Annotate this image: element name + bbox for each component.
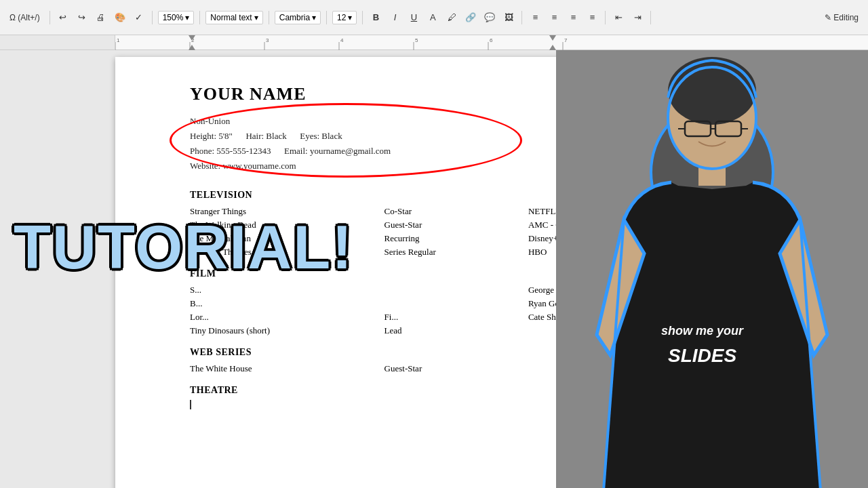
size-dropdown[interactable]: 12 ▾ <box>332 11 357 24</box>
style-dropdown[interactable]: Normal text ▾ <box>205 11 262 24</box>
credit-network: AMC - G <box>528 218 556 232</box>
credit-title: B... <box>190 297 384 310</box>
credit-role: Recurring <box>384 232 528 245</box>
union-status: Non-Union <box>190 114 556 129</box>
actor-name: YOUR NAME <box>190 84 556 104</box>
separator-8 <box>605 11 606 24</box>
credit-network <box>528 324 556 338</box>
credit-title: The White House <box>190 362 384 375</box>
image-button[interactable]: 🖼 <box>501 10 516 25</box>
table-row: B... Ryan Google <box>190 297 556 310</box>
toolbar: Ω (Alt+/) ↩ ↪ 🖨 🎨 ✓ 150% ▾ Normal text ▾… <box>0 0 868 35</box>
television-credits: Stranger Things Co-Star NETFLIX The Walk… <box>190 205 556 259</box>
font-dropdown[interactable]: Cambria ▾ <box>275 11 321 24</box>
credit-role: Lead <box>384 324 528 338</box>
separator-1 <box>50 11 50 24</box>
text-cursor <box>190 400 191 409</box>
align-left[interactable]: ≡ <box>528 10 542 25</box>
bold-button[interactable]: B <box>368 10 383 25</box>
table-row: Stranger Things Co-Star NETFLIX <box>190 205 556 218</box>
web-series-credits: The White House Guest-Star <box>190 362 556 375</box>
paint-format-button[interactable]: 🎨 <box>113 10 127 25</box>
redo-button[interactable]: ↪ <box>75 10 90 25</box>
indent-more[interactable]: ⇥ <box>630 10 645 25</box>
undo-button[interactable]: ↩ <box>56 10 71 25</box>
svg-text:4: 4 <box>340 37 344 43</box>
credit-title: Lor... <box>190 310 384 324</box>
separator-9 <box>650 11 651 24</box>
eyes-label: Eyes: Black <box>300 131 342 141</box>
svg-text:1: 1 <box>117 37 120 43</box>
credit-role <box>384 297 528 310</box>
credit-network <box>528 362 556 375</box>
credit-role: Fi... <box>384 310 528 324</box>
credit-title: Game of Thrones <box>190 245 384 259</box>
physical-info: Height: 5'8" Hair: Black Eyes: Black <box>190 129 556 144</box>
hair-label: Hair: Black <box>245 131 286 141</box>
size-chevron: ▾ <box>348 13 352 22</box>
credit-title: S... <box>190 283 384 297</box>
phone-label: Phone: 555-555-12343 <box>190 146 271 156</box>
zoom-chevron: ▾ <box>185 13 189 22</box>
size-label: 12 <box>337 13 346 22</box>
separator-7 <box>521 11 522 24</box>
table-row: The Mandalorian Recurring Disney+ <box>190 232 556 245</box>
svg-text:SLIDES: SLIDES <box>668 345 736 366</box>
style-label: Normal text <box>210 13 252 22</box>
credit-title: Stranger Things <box>190 205 384 218</box>
highlight-button[interactable]: 🖊 <box>444 10 459 25</box>
theatre-header: THEATRE <box>190 385 556 396</box>
menu-file[interactable]: Ω (Alt+/) <box>5 12 44 24</box>
film-credits: S... George Lucas B... Ryan Google Lor..… <box>190 283 556 338</box>
align-center[interactable]: ≡ <box>547 10 561 25</box>
link-button[interactable]: 🔗 <box>463 10 478 25</box>
align-right[interactable]: ≡ <box>566 10 580 25</box>
website-label: Website: www.yourname.com <box>190 159 556 174</box>
document-page[interactable]: YOUR NAME Non-Union Height: 5'8" Hair: B… <box>115 57 556 488</box>
table-row: Lor... Fi... Cate Sh... <box>190 310 556 324</box>
text-color-button[interactable]: A <box>425 10 440 25</box>
separator-3 <box>199 11 200 24</box>
credit-network: Disney+ <box>528 232 556 245</box>
television-header: TELEVISION <box>190 190 556 201</box>
zoom-dropdown[interactable]: 150% ▾ <box>158 11 195 24</box>
credit-role: Series Regular <box>384 245 528 259</box>
credit-network: George Lucas <box>528 283 556 297</box>
credit-title: The Walking Dead <box>190 218 384 232</box>
table-row: S... George Lucas <box>190 283 556 297</box>
credit-network: NETFLIX <box>528 205 556 218</box>
web-series-header: WEB SERIES <box>190 347 556 358</box>
height-label: Height: 5'8" <box>190 131 233 141</box>
italic-button[interactable]: I <box>387 10 402 25</box>
zoom-value: 150% <box>163 13 184 22</box>
contact-block: Non-Union Height: 5'8" Hair: Black Eyes:… <box>190 110 556 178</box>
separator-2 <box>152 11 153 24</box>
film-header: FILM <box>190 268 556 279</box>
person-silhouette: show me your SLIDES <box>556 50 868 488</box>
separator-4 <box>269 11 269 24</box>
editing-status[interactable]: ✎ Editing <box>821 12 863 24</box>
justify[interactable]: ≡ <box>585 10 599 25</box>
underline-button[interactable]: U <box>406 10 421 25</box>
style-chevron: ▾ <box>254 13 258 22</box>
indent-less[interactable]: ⇤ <box>611 10 626 25</box>
print-button[interactable]: 🖨 <box>94 10 108 25</box>
doc-area[interactable]: YOUR NAME Non-Union Height: 5'8" Hair: B… <box>0 50 556 488</box>
svg-text:7: 7 <box>564 37 568 43</box>
table-row: Tiny Dinosaurs (short) Lead <box>190 324 556 338</box>
credit-role: Co-Star <box>384 205 528 218</box>
person-area: show me your SLIDES <box>556 50 868 488</box>
table-row: The Walking Dead Guest-Star AMC - G <box>190 218 556 232</box>
credit-role <box>384 283 528 297</box>
credit-network: Ryan Google <box>528 297 556 310</box>
font-chevron: ▾ <box>312 13 316 22</box>
comment-button[interactable]: 💬 <box>482 10 497 25</box>
contact-info: Phone: 555-555-12343 Email: yourname@gma… <box>190 144 556 159</box>
svg-text:5: 5 <box>415 37 418 43</box>
credit-role: Guest-Star <box>384 362 528 375</box>
font-label: Cambria <box>279 13 310 22</box>
spell-check-button[interactable]: ✓ <box>132 10 146 25</box>
svg-text:show me your: show me your <box>661 324 744 338</box>
separator-6 <box>362 11 363 24</box>
table-row: Game of Thrones Series Regular HBO <box>190 245 556 259</box>
